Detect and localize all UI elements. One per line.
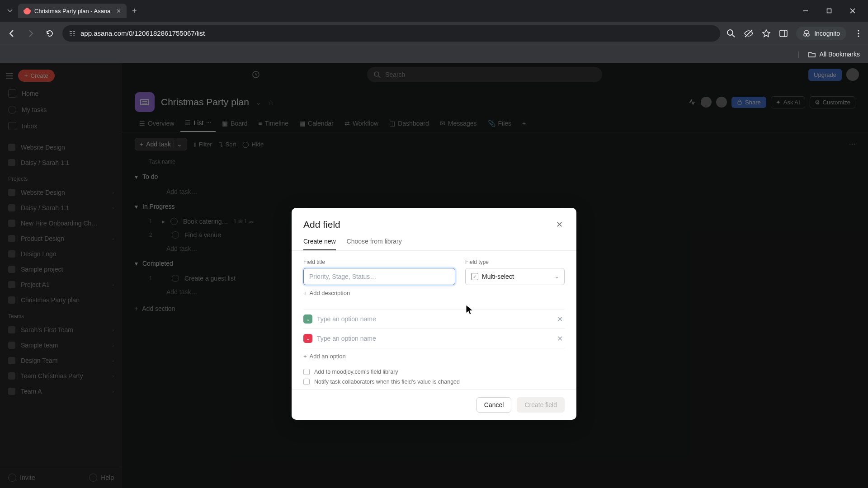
modal-title: Add field bbox=[303, 219, 340, 230]
asana-favicon bbox=[24, 7, 31, 14]
folder-icon bbox=[808, 50, 816, 58]
checkbox-icon[interactable] bbox=[303, 379, 310, 385]
svg-rect-1 bbox=[827, 9, 831, 13]
svg-point-13 bbox=[804, 33, 807, 36]
incognito-badge[interactable]: Incognito bbox=[796, 27, 846, 40]
svg-point-17 bbox=[858, 35, 859, 37]
window-maximize[interactable] bbox=[822, 4, 836, 18]
field-title-input[interactable] bbox=[303, 268, 455, 285]
tab-title: Christmas Party plan - Asana bbox=[34, 8, 110, 14]
svg-line-9 bbox=[732, 35, 735, 37]
svg-rect-2 bbox=[70, 31, 72, 32]
field-type-select[interactable]: ✓ Multi-select ⌄ bbox=[465, 268, 565, 285]
svg-rect-4 bbox=[70, 33, 72, 34]
new-tab-button[interactable]: + bbox=[128, 5, 141, 18]
option-color-picker[interactable]: ⌄ bbox=[303, 334, 312, 343]
checkbox-icon[interactable] bbox=[303, 369, 310, 375]
site-settings-icon bbox=[69, 30, 76, 37]
eye-off-icon[interactable] bbox=[744, 28, 754, 38]
reload-button[interactable] bbox=[43, 27, 56, 40]
add-description-button[interactable]: +Add description bbox=[303, 290, 565, 296]
svg-point-15 bbox=[858, 30, 859, 31]
checkbox-add-library[interactable]: Add to moodjoy.com's field library bbox=[303, 369, 565, 375]
multi-select-icon: ✓ bbox=[471, 273, 478, 280]
field-title-label: Field title bbox=[303, 259, 455, 265]
svg-rect-11 bbox=[780, 30, 787, 37]
tab-choose-library[interactable]: Choose from library bbox=[347, 238, 402, 250]
checkbox-notify[interactable]: Notify task collaborators when this fiel… bbox=[303, 379, 565, 385]
address-bar: app.asana.com/0/1206182861755067/list In… bbox=[0, 22, 868, 45]
svg-rect-3 bbox=[73, 31, 75, 32]
bookmark-bar: | All Bookmarks bbox=[0, 45, 868, 63]
close-tab-icon[interactable]: ✕ bbox=[116, 8, 121, 14]
window-close[interactable] bbox=[845, 4, 860, 18]
option-name-input[interactable] bbox=[317, 332, 551, 345]
zoom-icon[interactable] bbox=[726, 29, 736, 38]
svg-point-16 bbox=[858, 33, 859, 34]
remove-option-icon[interactable]: ✕ bbox=[555, 313, 565, 325]
remove-option-icon[interactable]: ✕ bbox=[555, 333, 565, 345]
browser-tab[interactable]: Christmas Party plan - Asana ✕ bbox=[18, 4, 127, 18]
browser-tab-strip: Christmas Party plan - Asana ✕ + bbox=[0, 0, 868, 22]
svg-rect-7 bbox=[73, 35, 75, 36]
svg-point-8 bbox=[727, 30, 733, 35]
svg-point-14 bbox=[807, 33, 809, 36]
url-text: app.asana.com/0/1206182861755067/list bbox=[80, 29, 205, 37]
svg-rect-5 bbox=[73, 33, 75, 34]
tab-create-new[interactable]: Create new bbox=[303, 238, 336, 250]
create-field-button[interactable]: Create field bbox=[517, 397, 565, 413]
all-bookmarks-link[interactable]: All Bookmarks bbox=[820, 51, 860, 58]
back-button[interactable] bbox=[5, 27, 18, 40]
url-field[interactable]: app.asana.com/0/1206182861755067/list bbox=[62, 25, 720, 42]
window-minimize[interactable] bbox=[798, 4, 813, 18]
close-icon[interactable]: ✕ bbox=[554, 218, 565, 231]
option-row: ⌄ ✕ bbox=[303, 310, 565, 329]
add-field-modal: Add field ✕ Create new Choose from libra… bbox=[292, 208, 576, 420]
bookmark-star-icon[interactable] bbox=[762, 29, 771, 38]
side-panel-icon[interactable] bbox=[779, 29, 788, 38]
tab-search-dropdown[interactable] bbox=[4, 5, 16, 17]
forward-button[interactable] bbox=[24, 27, 37, 40]
option-row: ⌄ ✕ bbox=[303, 329, 565, 348]
incognito-icon bbox=[802, 29, 811, 38]
svg-rect-6 bbox=[70, 35, 72, 36]
option-color-picker[interactable]: ⌄ bbox=[303, 314, 312, 324]
add-option-button[interactable]: +Add an option bbox=[303, 348, 565, 361]
option-name-input[interactable] bbox=[317, 312, 551, 326]
chevron-down-icon: ⌄ bbox=[555, 274, 559, 280]
browser-menu-icon[interactable] bbox=[854, 29, 863, 38]
field-type-label: Field type bbox=[465, 259, 565, 265]
cancel-button[interactable]: Cancel bbox=[476, 397, 512, 413]
